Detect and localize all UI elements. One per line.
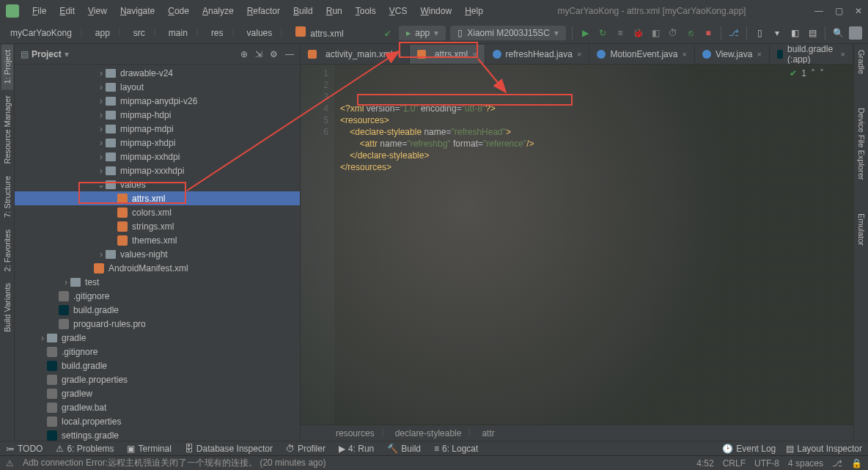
tree-item[interactable]: proguard-rules.pro bbox=[15, 317, 300, 331]
bottom-tab-terminal[interactable]: ▣Terminal bbox=[127, 444, 171, 454]
hide-panel-icon[interactable]: — bbox=[285, 49, 294, 59]
vcs-icon[interactable]: ⎇ bbox=[727, 26, 740, 40]
menu-help[interactable]: Help bbox=[459, 3, 489, 19]
menu-code[interactable]: Code bbox=[162, 3, 195, 19]
tab-close-icon[interactable]: × bbox=[577, 50, 581, 59]
bottom-right-layout-inspector[interactable]: ▤Layout Inspector bbox=[786, 444, 862, 454]
inspect-down-icon[interactable]: ˅ bbox=[820, 67, 824, 79]
bottom-tab----problems[interactable]: ⚠6: Problems bbox=[56, 444, 114, 454]
tree-item[interactable]: ›values-night bbox=[15, 247, 300, 261]
line-ending[interactable]: CRLF bbox=[723, 458, 746, 469]
breadcrumb-item[interactable]: src bbox=[129, 26, 150, 40]
left-tab-resource-manager[interactable]: Resource Manager bbox=[1, 89, 13, 170]
apply-code-icon[interactable]: ≡ bbox=[614, 26, 627, 40]
tree-item[interactable]: AndroidManifest.xml bbox=[15, 261, 300, 275]
menu-file[interactable]: File bbox=[26, 3, 52, 19]
tree-item[interactable]: colors.xml bbox=[15, 205, 300, 219]
sync-gradle-icon[interactable]: ↙ bbox=[381, 26, 394, 40]
tree-item[interactable]: build.gradle bbox=[15, 359, 300, 372]
breadcrumb-item[interactable]: res bbox=[207, 26, 228, 40]
editor-tab[interactable]: refreshHead.java× bbox=[485, 45, 590, 64]
tree-item[interactable]: gradlew bbox=[15, 386, 300, 400]
coverage-icon[interactable]: ◧ bbox=[649, 26, 662, 40]
menu-analyze[interactable]: Analyze bbox=[196, 3, 240, 19]
run-config-dropdown[interactable]: ▸ app ▾ bbox=[399, 26, 446, 40]
menu-vcs[interactable]: VCS bbox=[383, 3, 413, 19]
tree-item[interactable]: ›mipmap-mdpi bbox=[15, 122, 300, 136]
right-tab-device-file-explorer[interactable]: Device File Explorer bbox=[856, 102, 867, 186]
menu-run[interactable]: Run bbox=[320, 3, 348, 19]
tree-item[interactable]: ›drawable-v24 bbox=[15, 66, 300, 80]
right-tab-emulator[interactable]: Emulator bbox=[856, 208, 867, 251]
select-opened-icon[interactable]: ⊕ bbox=[240, 49, 248, 59]
tree-item[interactable]: gradlew.bat bbox=[15, 400, 300, 414]
tree-item[interactable]: ›mipmap-xxhdpi bbox=[15, 150, 300, 164]
editor-crumb-item[interactable]: resources bbox=[336, 428, 375, 438]
resource-icon[interactable]: ◧ bbox=[788, 26, 801, 40]
tree-item[interactable]: ›mipmap-xxxhdpi bbox=[15, 164, 300, 177]
encoding[interactable]: UTF-8 bbox=[754, 458, 779, 469]
editor-crumb-item[interactable]: declare-styleable bbox=[395, 428, 462, 438]
tree-item[interactable]: build.gradle bbox=[15, 303, 300, 317]
menu-navigate[interactable]: Navigate bbox=[114, 3, 161, 19]
search-icon[interactable]: 🔍 bbox=[831, 26, 845, 40]
tab-close-icon[interactable]: × bbox=[841, 50, 845, 59]
left-tab----favorites[interactable]: 2: Favorites bbox=[1, 224, 13, 277]
menu-edit[interactable]: Edit bbox=[54, 3, 81, 19]
menu-view[interactable]: View bbox=[82, 3, 113, 19]
tree-item[interactable]: ›mipmap-hdpi bbox=[15, 108, 300, 122]
menu-build[interactable]: Build bbox=[287, 3, 319, 19]
tree-item[interactable]: .gitignore bbox=[15, 345, 300, 359]
apply-changes-icon[interactable]: ↻ bbox=[596, 26, 609, 40]
editor-tab[interactable]: MotionEvent.java× bbox=[589, 45, 695, 64]
right-tab-gradle[interactable]: Gradle bbox=[856, 44, 867, 80]
tree-item[interactable]: ›mipmap-xhdpi bbox=[15, 136, 300, 150]
layout-insp-icon[interactable]: ▤ bbox=[806, 26, 819, 40]
profile-icon[interactable]: ⏱ bbox=[666, 26, 680, 40]
tree-item[interactable]: ›layout bbox=[15, 80, 300, 94]
debug-icon[interactable]: 🐞 bbox=[631, 26, 644, 40]
bottom-tab-database-inspector[interactable]: 🗄Database Inspector bbox=[185, 444, 273, 454]
editor-tab[interactable]: build.gradle (:app)× bbox=[770, 45, 853, 64]
breadcrumb-item[interactable]: app bbox=[91, 26, 114, 40]
bottom-tab----logcat[interactable]: ≡6: Logcat bbox=[434, 444, 478, 454]
tab-close-icon[interactable]: × bbox=[397, 50, 401, 59]
breadcrumb-item[interactable]: main bbox=[164, 26, 192, 40]
tree-item[interactable]: strings.xml bbox=[15, 219, 300, 233]
expand-all-icon[interactable]: ⇲ bbox=[255, 49, 262, 59]
editor-tab[interactable]: attrs.xml× bbox=[410, 45, 485, 64]
inspect-up-icon[interactable]: ˄ bbox=[811, 67, 815, 79]
attach-icon[interactable]: ⎋ bbox=[684, 26, 697, 40]
tree-item[interactable]: local.properties bbox=[15, 414, 300, 428]
tree-item[interactable]: ›mipmap-anydpi-v26 bbox=[15, 94, 300, 108]
bottom-tab----run[interactable]: ▶4: Run bbox=[339, 444, 374, 454]
left-tab----project[interactable]: 1: Project bbox=[1, 44, 13, 89]
stop-icon[interactable]: ■ bbox=[702, 26, 715, 40]
menu-refactor[interactable]: Refactor bbox=[241, 3, 286, 19]
run-icon[interactable]: ▶ bbox=[578, 26, 592, 40]
maximize-icon[interactable]: ▢ bbox=[835, 6, 843, 16]
close-icon[interactable]: ✕ bbox=[855, 6, 862, 16]
avd-icon[interactable]: ▯ bbox=[753, 26, 766, 40]
inspection-widget[interactable]: ✔ 1 ˄ ˅ bbox=[790, 67, 824, 79]
tree-item[interactable]: themes.xml bbox=[15, 233, 300, 247]
editor-tab[interactable]: activity_main.xml× bbox=[301, 45, 410, 64]
breadcrumb-item[interactable]: values bbox=[243, 26, 277, 40]
tree-item[interactable]: .gitignore bbox=[15, 289, 300, 303]
branch-icon[interactable]: ⎇ bbox=[832, 458, 842, 469]
tree-item[interactable]: gradle.properties bbox=[15, 372, 300, 386]
tree-item[interactable]: ›gradle bbox=[15, 331, 300, 345]
minimize-icon[interactable]: — bbox=[814, 6, 823, 16]
menu-window[interactable]: Window bbox=[414, 3, 457, 19]
tab-close-icon[interactable]: × bbox=[757, 50, 761, 59]
tree-item[interactable]: ⌄values bbox=[15, 177, 300, 191]
tab-close-icon[interactable]: × bbox=[682, 50, 686, 59]
tree-item[interactable]: settings.gradle bbox=[15, 428, 300, 441]
breadcrumb-item[interactable]: attrs.xml bbox=[291, 25, 347, 40]
device-dropdown[interactable]: ▯ Xiaomi M2003J15SC ▾ bbox=[450, 26, 566, 40]
panel-settings-icon[interactable]: ⚙ bbox=[270, 49, 278, 59]
editor-body[interactable]: 123456 ✔ 1 ˄ ˅ <?xml version="1.0" encod… bbox=[301, 65, 853, 425]
project-tree[interactable]: ›drawable-v24›layout›mipmap-anydpi-v26›m… bbox=[15, 65, 300, 441]
code-content[interactable]: ✔ 1 ˄ ˅ <?xml version="1.0" encoding="ut… bbox=[334, 65, 853, 425]
tab-close-icon[interactable]: × bbox=[472, 50, 477, 59]
